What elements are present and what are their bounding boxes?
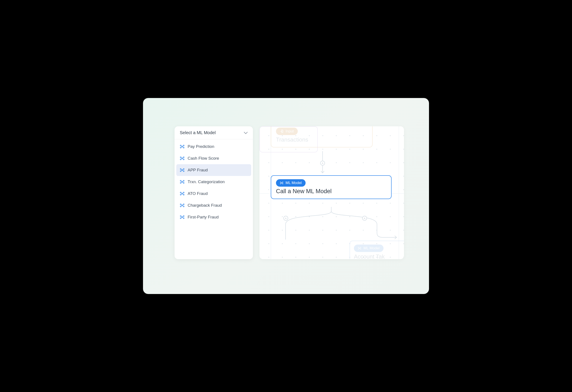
svg-line-43: [183, 193, 183, 193]
ml-network-icon: [180, 215, 185, 220]
chevron-down-icon: [244, 132, 248, 134]
workflow-canvas[interactable]: + + + Input Transactions: [259, 126, 404, 259]
svg-line-5: [181, 146, 182, 146]
ml-network-icon: [180, 203, 185, 208]
svg-point-74: [358, 247, 359, 248]
dropdown-item-label: APP Fraud: [188, 168, 208, 172]
dropdown-item-label: Chargeback Fraud: [188, 203, 222, 208]
dropdown-item[interactable]: Chargeback Fraud: [175, 199, 253, 211]
svg-line-16: [183, 157, 183, 158]
svg-line-23: [181, 169, 182, 170]
svg-point-76: [359, 248, 360, 248]
svg-point-68: [282, 182, 283, 182]
ml-model-node[interactable]: ML Model Call a New ML Model: [271, 175, 392, 199]
svg-line-80: [359, 248, 359, 249]
dropdown-item[interactable]: APP Fraud: [176, 164, 251, 176]
svg-line-8: [183, 147, 183, 147]
svg-point-75: [358, 249, 359, 249]
svg-line-7: [183, 146, 183, 146]
content-wrap: Select a ML Model Pay Prediction Cash Fl…: [175, 126, 404, 259]
svg-line-26: [183, 170, 183, 171]
svg-line-51: [181, 206, 182, 206]
svg-line-33: [181, 182, 182, 183]
ml-network-icon: [180, 180, 185, 184]
svg-line-50: [181, 204, 182, 205]
svg-line-32: [181, 181, 182, 182]
dropdown-list: Pay Prediction Cash Flow Score APP Fraud…: [175, 139, 253, 224]
dropdown-item[interactable]: Pay Prediction: [175, 141, 253, 152]
add-node-button[interactable]: +: [283, 216, 288, 221]
svg-line-70: [281, 182, 281, 183]
svg-line-71: [281, 183, 281, 184]
svg-point-78: [360, 249, 361, 249]
ml-network-icon: [280, 181, 283, 185]
svg-line-72: [282, 182, 282, 183]
svg-point-77: [360, 247, 361, 248]
dropdown-item[interactable]: First-Party Fraud: [175, 211, 253, 223]
svg-line-82: [360, 248, 360, 249]
svg-line-42: [181, 194, 182, 195]
ml-network-icon: [180, 156, 185, 161]
svg-line-81: [360, 248, 360, 248]
dropdown-item-label: Trxn. Categorization: [188, 180, 225, 184]
svg-line-62: [183, 217, 183, 218]
svg-line-24: [181, 170, 182, 171]
svg-point-66: [280, 183, 281, 184]
ml-model-dropdown: Select a ML Model Pay Prediction Cash Fl…: [175, 126, 253, 259]
svg-line-79: [359, 248, 359, 248]
ml-network-icon: [180, 168, 185, 172]
dropdown-item[interactable]: Trxn. Categorization: [175, 176, 253, 188]
add-node-button[interactable]: +: [320, 161, 325, 165]
svg-line-25: [183, 169, 183, 170]
purple-node-stub[interactable]: [259, 126, 318, 152]
dropdown-item-label: ATO Fraud: [188, 191, 208, 196]
svg-line-41: [181, 193, 182, 193]
svg-line-35: [183, 182, 183, 183]
svg-line-53: [183, 206, 183, 206]
dropdown-title: Select a ML Model: [180, 130, 216, 135]
svg-line-17: [183, 159, 183, 159]
ml-network-icon: [180, 144, 185, 149]
svg-line-34: [183, 181, 183, 182]
app-container: Select a ML Model Pay Prediction Cash Fl…: [143, 98, 429, 294]
svg-line-44: [183, 194, 183, 195]
dropdown-item-label: First-Party Fraud: [188, 215, 219, 220]
ml-network-icon: [180, 191, 185, 196]
svg-line-6: [181, 147, 182, 147]
connector-ml-branches: [272, 207, 399, 240]
dropdown-item[interactable]: ATO Fraud: [175, 188, 253, 199]
grid-line: [399, 126, 399, 259]
svg-point-69: [282, 183, 283, 184]
ml-tag-faded: ML Model: [354, 245, 383, 252]
svg-line-60: [181, 217, 182, 218]
dropdown-item[interactable]: Cash Flow Score: [175, 152, 253, 164]
dropdown-header[interactable]: Select a ML Model: [175, 126, 253, 139]
svg-line-15: [181, 159, 182, 159]
dropdown-item-label: Pay Prediction: [188, 144, 214, 149]
add-node-button[interactable]: +: [362, 216, 367, 221]
svg-point-65: [280, 182, 281, 182]
svg-line-59: [181, 216, 182, 217]
ml-node-faded-title: Account Tak: [354, 253, 404, 259]
ml-node-title: Call a New ML Model: [276, 188, 386, 195]
ml-tag-label: ML Model: [286, 181, 302, 185]
ml-model-node-faded[interactable]: ML Model Account Tak: [350, 241, 404, 259]
svg-line-61: [183, 216, 183, 217]
ml-network-icon: [358, 246, 361, 250]
svg-point-67: [281, 182, 282, 183]
svg-line-52: [183, 204, 183, 205]
ml-tag: ML Model: [276, 179, 306, 187]
svg-line-14: [181, 157, 182, 158]
dropdown-item-label: Cash Flow Score: [188, 156, 219, 161]
ml-tag-faded-label: ML Model: [364, 246, 380, 250]
svg-line-73: [282, 183, 282, 184]
